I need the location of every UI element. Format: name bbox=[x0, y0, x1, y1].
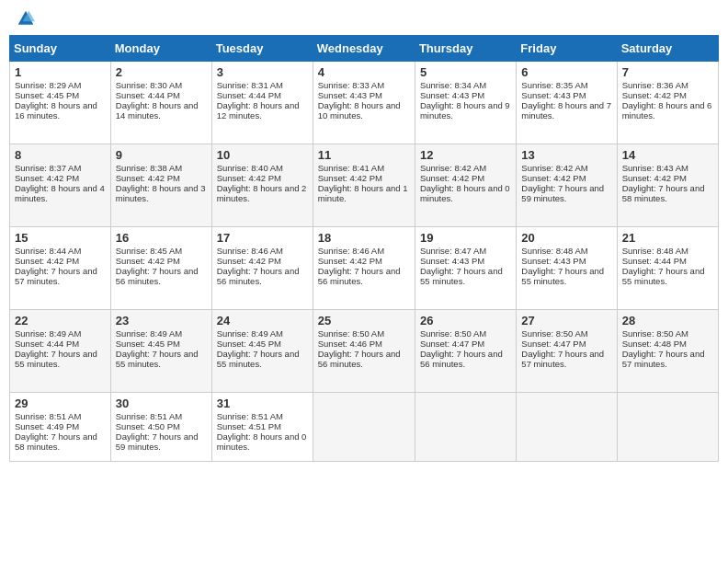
calendar-cell: 8Sunrise: 8:37 AMSunset: 4:42 PMDaylight… bbox=[10, 144, 111, 227]
calendar-cell: 27Sunrise: 8:50 AMSunset: 4:47 PMDayligh… bbox=[517, 310, 617, 393]
sunrise-text: Sunrise: 8:51 AM bbox=[116, 411, 182, 421]
calendar-header-monday: Monday bbox=[110, 36, 211, 62]
day-number: 21 bbox=[622, 231, 713, 245]
day-number: 23 bbox=[116, 314, 207, 327]
sunset-text: Sunset: 4:47 PM bbox=[521, 339, 586, 349]
calendar-cell: 31Sunrise: 8:51 AMSunset: 4:51 PMDayligh… bbox=[211, 393, 313, 462]
sunrise-text: Sunrise: 8:48 AM bbox=[622, 246, 688, 256]
calendar-cell: 30Sunrise: 8:51 AMSunset: 4:50 PMDayligh… bbox=[110, 393, 211, 462]
daylight-text: Daylight: 7 hours and 55 minutes. bbox=[15, 349, 97, 369]
calendar-cell: 6Sunrise: 8:35 AMSunset: 4:43 PMDaylight… bbox=[517, 62, 617, 144]
calendar-cell: 11Sunrise: 8:41 AMSunset: 4:42 PMDayligh… bbox=[313, 144, 415, 227]
sunset-text: Sunset: 4:42 PM bbox=[15, 173, 79, 183]
sunset-text: Sunset: 4:42 PM bbox=[15, 256, 79, 266]
day-number: 14 bbox=[622, 148, 713, 162]
day-number: 2 bbox=[116, 65, 207, 79]
day-number: 20 bbox=[521, 231, 611, 245]
calendar-cell: 24Sunrise: 8:49 AMSunset: 4:45 PMDayligh… bbox=[211, 310, 313, 393]
sunset-text: Sunset: 4:43 PM bbox=[521, 256, 586, 266]
sunrise-text: Sunrise: 8:37 AM bbox=[15, 163, 81, 173]
sunrise-text: Sunrise: 8:34 AM bbox=[420, 80, 486, 90]
daylight-text: Daylight: 8 hours and 7 minutes. bbox=[521, 100, 611, 121]
sunset-text: Sunset: 4:43 PM bbox=[420, 90, 484, 100]
day-number: 12 bbox=[420, 148, 511, 162]
calendar-cell: 15Sunrise: 8:44 AMSunset: 4:42 PMDayligh… bbox=[10, 227, 111, 310]
day-number: 25 bbox=[318, 314, 410, 327]
daylight-text: Daylight: 8 hours and 4 minutes. bbox=[15, 183, 105, 203]
calendar-cell: 19Sunrise: 8:47 AMSunset: 4:43 PMDayligh… bbox=[415, 227, 516, 310]
sunrise-text: Sunrise: 8:40 AM bbox=[217, 163, 283, 173]
day-number: 26 bbox=[420, 314, 511, 327]
sunrise-text: Sunrise: 8:49 AM bbox=[15, 328, 81, 339]
day-number: 18 bbox=[318, 231, 410, 245]
sunrise-text: Sunrise: 8:42 AM bbox=[521, 163, 587, 173]
day-number: 29 bbox=[15, 396, 106, 410]
day-number: 28 bbox=[622, 314, 713, 327]
calendar-cell bbox=[517, 393, 617, 462]
daylight-text: Daylight: 7 hours and 56 minutes. bbox=[318, 266, 401, 286]
day-number: 30 bbox=[116, 396, 207, 410]
day-number: 15 bbox=[15, 231, 106, 245]
daylight-text: Daylight: 7 hours and 56 minutes. bbox=[318, 349, 401, 369]
sunset-text: Sunset: 4:44 PM bbox=[622, 256, 687, 266]
calendar-cell bbox=[415, 393, 516, 462]
sunrise-text: Sunrise: 8:50 AM bbox=[420, 328, 486, 339]
daylight-text: Daylight: 7 hours and 59 minutes. bbox=[521, 183, 604, 203]
day-number: 13 bbox=[521, 148, 611, 162]
day-number: 31 bbox=[217, 396, 308, 410]
sunrise-text: Sunrise: 8:45 AM bbox=[116, 246, 182, 256]
sunrise-text: Sunrise: 8:48 AM bbox=[521, 246, 587, 256]
daylight-text: Daylight: 7 hours and 58 minutes. bbox=[15, 431, 97, 452]
day-number: 22 bbox=[15, 314, 106, 327]
calendar-header-sunday: Sunday bbox=[10, 36, 111, 62]
calendar-cell: 20Sunrise: 8:48 AMSunset: 4:43 PMDayligh… bbox=[517, 227, 617, 310]
sunset-text: Sunset: 4:44 PM bbox=[116, 90, 180, 100]
sunset-text: Sunset: 4:51 PM bbox=[217, 421, 281, 431]
daylight-text: Daylight: 8 hours and 6 minutes. bbox=[622, 100, 712, 121]
sunset-text: Sunset: 4:45 PM bbox=[217, 339, 281, 349]
calendar-cell: 4Sunrise: 8:33 AMSunset: 4:43 PMDaylight… bbox=[313, 62, 415, 144]
sunrise-text: Sunrise: 8:30 AM bbox=[116, 80, 182, 90]
calendar-cell: 26Sunrise: 8:50 AMSunset: 4:47 PMDayligh… bbox=[415, 310, 516, 393]
daylight-text: Daylight: 8 hours and 1 minute. bbox=[318, 183, 408, 203]
sunset-text: Sunset: 4:46 PM bbox=[318, 339, 382, 349]
sunrise-text: Sunrise: 8:51 AM bbox=[217, 411, 283, 421]
daylight-text: Daylight: 8 hours and 16 minutes. bbox=[15, 100, 97, 121]
daylight-text: Daylight: 8 hours and 2 minutes. bbox=[217, 183, 307, 203]
daylight-text: Daylight: 7 hours and 57 minutes. bbox=[622, 349, 705, 369]
sunset-text: Sunset: 4:47 PM bbox=[420, 339, 484, 349]
calendar-cell: 13Sunrise: 8:42 AMSunset: 4:42 PMDayligh… bbox=[517, 144, 617, 227]
calendar-cell: 23Sunrise: 8:49 AMSunset: 4:45 PMDayligh… bbox=[110, 310, 211, 393]
daylight-text: Daylight: 7 hours and 55 minutes. bbox=[116, 349, 199, 369]
sunset-text: Sunset: 4:42 PM bbox=[622, 90, 687, 100]
calendar-cell: 22Sunrise: 8:49 AMSunset: 4:44 PMDayligh… bbox=[10, 310, 111, 393]
daylight-text: Daylight: 8 hours and 9 minutes. bbox=[420, 100, 510, 121]
calendar-cell: 1Sunrise: 8:29 AMSunset: 4:45 PMDaylight… bbox=[10, 62, 111, 144]
calendar-cell bbox=[313, 393, 415, 462]
sunrise-text: Sunrise: 8:31 AM bbox=[217, 80, 283, 90]
calendar-cell: 3Sunrise: 8:31 AMSunset: 4:44 PMDaylight… bbox=[211, 62, 313, 144]
sunrise-text: Sunrise: 8:46 AM bbox=[217, 246, 283, 256]
sunrise-text: Sunrise: 8:49 AM bbox=[217, 328, 283, 339]
sunset-text: Sunset: 4:43 PM bbox=[318, 90, 382, 100]
calendar-header-saturday: Saturday bbox=[617, 36, 718, 62]
sunrise-text: Sunrise: 8:42 AM bbox=[420, 163, 486, 173]
sunset-text: Sunset: 4:49 PM bbox=[15, 421, 79, 431]
day-number: 9 bbox=[116, 148, 207, 162]
sunrise-text: Sunrise: 8:46 AM bbox=[318, 246, 384, 256]
calendar-header-tuesday: Tuesday bbox=[211, 36, 313, 62]
calendar-cell bbox=[617, 393, 718, 462]
sunrise-text: Sunrise: 8:43 AM bbox=[622, 163, 688, 173]
sunset-text: Sunset: 4:42 PM bbox=[217, 173, 281, 183]
sunset-text: Sunset: 4:44 PM bbox=[15, 339, 79, 349]
sunrise-text: Sunrise: 8:51 AM bbox=[15, 411, 81, 421]
calendar-cell: 5Sunrise: 8:34 AMSunset: 4:43 PMDaylight… bbox=[415, 62, 516, 144]
sunset-text: Sunset: 4:42 PM bbox=[420, 173, 484, 183]
daylight-text: Daylight: 7 hours and 57 minutes. bbox=[15, 266, 97, 286]
daylight-text: Daylight: 7 hours and 55 minutes. bbox=[622, 266, 705, 286]
sunrise-text: Sunrise: 8:47 AM bbox=[420, 246, 486, 256]
sunset-text: Sunset: 4:44 PM bbox=[217, 90, 281, 100]
calendar-cell: 10Sunrise: 8:40 AMSunset: 4:42 PMDayligh… bbox=[211, 144, 313, 227]
calendar-cell: 12Sunrise: 8:42 AMSunset: 4:42 PMDayligh… bbox=[415, 144, 516, 227]
sunset-text: Sunset: 4:48 PM bbox=[622, 339, 687, 349]
